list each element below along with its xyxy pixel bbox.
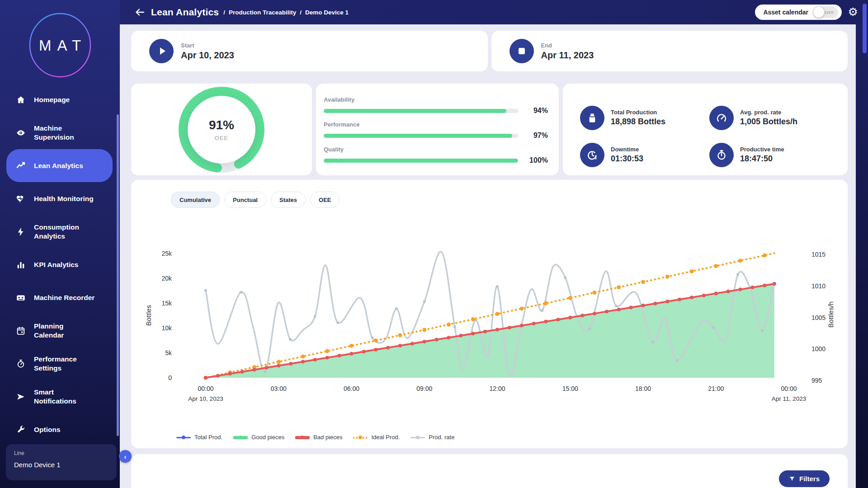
svg-text:18:00: 18:00 — [635, 385, 651, 392]
sidebar-item-label: Homepage — [34, 95, 102, 104]
legend-item-total-prod[interactable]: Total Prod. — [176, 434, 222, 441]
bar-chart-icon — [16, 260, 26, 270]
legend-item-bad-pieces[interactable]: Bad pieces — [295, 434, 342, 441]
svg-text:1005: 1005 — [811, 314, 826, 321]
production-chart-svg: 05k10k15k20k25k995100010051010101500:000… — [131, 180, 848, 448]
mat-logo-circle: MAT — [12, 12, 108, 80]
svg-text:25k: 25k — [161, 250, 172, 257]
tab-states[interactable]: States — [271, 192, 306, 208]
right-strip — [856, 24, 868, 488]
kpi-bar-fill — [324, 134, 512, 138]
breadcrumb-item-production-traceability[interactable]: Production Traceability — [229, 9, 296, 16]
calendar-icon — [16, 326, 26, 336]
svg-text:20k: 20k — [161, 275, 172, 282]
play-icon — [149, 39, 174, 63]
svg-text:00:00: 00:00 — [781, 385, 797, 392]
gear-icon[interactable]: ⚙ — [848, 5, 858, 19]
metric-value: 18:47:50 — [740, 154, 784, 164]
asset-calendar-toggle[interactable]: OFF — [813, 6, 838, 18]
sidebar-collapse-button[interactable]: ‹ — [119, 450, 132, 463]
send-icon — [16, 392, 26, 402]
recorder-icon — [16, 293, 26, 303]
metric-value: 01:30:53 — [611, 154, 643, 164]
sidebar-item-homepage[interactable]: Homepage — [6, 83, 113, 116]
funnel-icon — [789, 476, 795, 482]
sidebar-item-planning-calendar[interactable]: Planning Calendar — [6, 314, 113, 347]
svg-text:00:00: 00:00 — [198, 385, 213, 392]
line-selector-card[interactable]: Line Demo Device 1 — [6, 444, 117, 480]
asset-calendar-pill: Asset calendar OFF — [755, 5, 842, 20]
legend-label: Good pieces — [251, 434, 284, 441]
line-value: Demo Device 1 — [14, 461, 108, 469]
tab-punctual[interactable]: Punctual — [224, 192, 266, 208]
svg-text:09:00: 09:00 — [416, 385, 432, 392]
sidebar-item-performance-settings[interactable]: Performance Settings — [6, 347, 113, 380]
sidebar-item-health-monitoring[interactable]: Health Monitoring — [6, 182, 113, 215]
sidebar-item-consumption-analytics[interactable]: Consumption Analytics — [6, 215, 113, 248]
sidebar-item-machine-recorder[interactable]: Machine Recorder — [6, 281, 113, 314]
end-label: End — [541, 42, 594, 49]
svg-text:995: 995 — [811, 377, 822, 384]
legend-item-prod-rate[interactable]: Prod. rate — [410, 434, 454, 441]
sidebar-item-label: Lean Analytics — [34, 161, 102, 170]
legend-item-good-pieces[interactable]: Good pieces — [233, 434, 284, 441]
metric-label: Productive time — [740, 146, 784, 153]
metric-total-production: Total Production18,898 Bottles — [580, 106, 709, 130]
kpi-bar-quality: Quality100% — [324, 146, 548, 164]
kpi-bar-value: 97% — [524, 131, 548, 140]
oee-label: OEE — [215, 135, 228, 141]
legend-label: Total Prod. — [194, 434, 222, 441]
production-chart-card: CumulativePunctualStatesOEE 05k10k15k20k… — [131, 180, 848, 448]
topbar: Lean Analytics /Production Traceability/… — [120, 0, 868, 24]
stop-icon — [509, 39, 534, 63]
back-arrow-icon[interactable] — [134, 7, 145, 18]
svg-text:15:00: 15:00 — [562, 385, 578, 392]
metric-productive-time: Productive time18:47:50 — [709, 143, 839, 167]
sidebar-item-smart-notifications[interactable]: Smart Notifications — [6, 380, 113, 413]
svg-text:03:00: 03:00 — [271, 385, 287, 392]
oee-gauge: 91% OEE — [172, 84, 271, 175]
svg-text:Apr 11, 2023: Apr 11, 2023 — [772, 395, 806, 402]
breadcrumb-separator: / — [223, 9, 225, 16]
svg-text:12:00: 12:00 — [489, 385, 505, 392]
kpi-bar-fill — [324, 159, 518, 163]
page-scrollbar[interactable] — [863, 4, 867, 53]
sidebar-item-kpi-analytics[interactable]: KPI Analytics — [6, 248, 113, 281]
bottle-icon — [580, 106, 604, 130]
eye-icon — [16, 128, 26, 138]
tab-cumulative[interactable]: Cumulative — [171, 192, 220, 208]
tab-oee[interactable]: OEE — [310, 192, 340, 208]
sidebar-item-machine-supervision[interactable]: Machine Supervision — [6, 116, 113, 149]
svg-text:21:00: 21:00 — [708, 385, 724, 392]
sidebar-item-options[interactable]: Options — [6, 413, 113, 446]
sidebar-item-lean-analytics[interactable]: Lean Analytics — [6, 149, 113, 182]
legend-label: Bad pieces — [313, 434, 342, 441]
metric-label: Avg. prod. rate — [740, 109, 797, 116]
logo: MAT — [0, 0, 120, 80]
metric-value: 1,005 Bottles/h — [740, 117, 797, 127]
svg-text:1010: 1010 — [811, 282, 826, 290]
period-row: Start Apr 10, 2023 End Apr 11, 2023 — [131, 31, 848, 71]
svg-text:Bottles: Bottles — [145, 305, 152, 326]
svg-text:5k: 5k — [165, 349, 172, 357]
metric-label: Total Production — [611, 109, 665, 116]
svg-text:Apr 10, 2023: Apr 10, 2023 — [188, 395, 223, 402]
legend-swatch — [176, 434, 191, 441]
legend-item-ideal-prod[interactable]: Ideal Prod. — [353, 434, 400, 441]
sidebar-scrollbar[interactable] — [117, 114, 119, 436]
breadcrumb-item-demo-device-1[interactable]: Demo Device 1 — [305, 9, 349, 16]
metric-downtime: Downtime01:30:53 — [580, 143, 709, 167]
filters-button[interactable]: Filters — [779, 470, 830, 487]
kpi-bar-label: Quality — [324, 146, 548, 153]
chart-tabs: CumulativePunctualStatesOEE — [171, 192, 340, 208]
svg-text:06:00: 06:00 — [344, 385, 359, 392]
legend-label: Prod. rate — [429, 434, 454, 441]
sidebar-item-label: Machine Recorder — [34, 293, 102, 302]
legend-swatch — [295, 434, 310, 441]
metric-avg-prod-rate: Avg. prod. rate1,005 Bottles/h — [709, 106, 839, 130]
kpi-bar-track — [324, 134, 518, 138]
asset-calendar-label: Asset calendar — [763, 9, 808, 16]
metric-label: Downtime — [611, 146, 643, 153]
breadcrumb-separator: / — [300, 9, 302, 16]
wrench-icon — [16, 425, 26, 435]
